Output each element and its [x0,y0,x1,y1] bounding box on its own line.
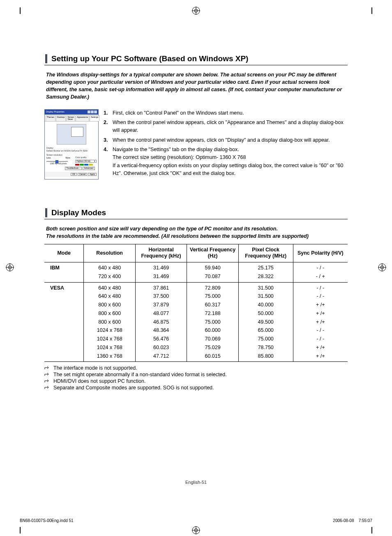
note-text: Separate and Composite modes are support… [53,385,214,391]
section-intro: Both screen position and size will vary … [46,225,348,240]
cell-vf: 59.940 [187,262,238,272]
heading-bar-icon [45,208,47,217]
cell-pc: 85.800 [238,352,293,362]
cell-hf: 48.077 [135,309,187,318]
cell-mode: IBM [44,262,84,272]
cell-mode [44,309,84,318]
th-hfreq: Horizontal Frequency (kHz) [135,244,187,262]
registration-mark-icon [192,7,200,15]
display-modes-table: Mode Resolution Horizontal Frequency (kH… [44,244,348,362]
display-properties-dialog: Display Properties Themes Desktop Screen… [44,109,99,179]
dialog-tabs: Themes Desktop Screen Saver Appearance S… [45,115,98,122]
cell-res: 800 x 600 [84,301,135,309]
cell-sp: - / - [293,282,348,292]
crop-mark [371,527,372,534]
cell-res: 1024 x 768 [84,335,135,343]
cell-sp: + /+ [293,318,348,327]
cell-vf: 75.000 [187,318,238,327]
registration-mark-icon [6,263,14,273]
cell-vf: 60.000 [187,326,238,335]
res-more: More [66,157,70,159]
cell-mode [44,272,84,282]
note-text: HDMI/DVI does not support PC function. [53,378,145,384]
note-item: The set might operate abnormally if a no… [44,372,348,377]
tab-desktop: Desktop [56,115,66,121]
cell-mode [44,335,84,343]
step-number: 2. [104,119,113,135]
crop-mark [20,7,21,14]
window-buttons [87,110,97,114]
footer-filename: BN68-01007S-00Eng.indd 51 [20,518,74,523]
setup-steps: 1.First, click on "Control Panel" on the… [104,109,348,179]
cell-res: 1360 x 768 [84,352,135,362]
quality-label: Color quality [75,156,97,159]
ok-button: OK [71,173,77,176]
cell-pc: 65.000 [238,326,293,335]
res-value: 1360 by 768 pixels [46,163,70,165]
step-text: When the control panel window appears, c… [113,136,330,144]
table-row: 1360 x 76847.71260.01585.800+ /+ [44,352,348,362]
cell-sp: - / - [293,292,348,301]
cell-pc: 31.500 [238,282,293,292]
cell-vf: 75.000 [187,292,238,301]
section-divider [44,219,348,219]
cell-pc: 40.000 [238,301,293,309]
cell-sp: - / + [293,272,348,282]
step-text: First, click on "Control Panel" on the W… [113,109,244,117]
cell-mode [44,301,84,309]
section-title-text: Display Modes [51,208,106,217]
th-sync: Sync Polarity (H/V) [293,244,348,262]
tab-themes: Themes [46,115,55,121]
resolution-label: Screen resolution [46,154,70,156]
cell-hf: 31.469 [135,272,187,282]
section-title-text: Setting up Your PC Software (Based on Wi… [51,54,248,63]
cell-hf: 46.875 [135,318,187,327]
page-number: English-51 [0,480,392,485]
th-pclock: Pixel Clock Frequency (MHz) [238,244,293,262]
slider-icon [46,161,68,162]
cell-pc: 50.000 [238,309,293,318]
cell-sp: + /+ [293,352,348,362]
cell-mode [44,326,84,335]
print-footer: BN68-01007S-00Eng.indd 51 2006-08-08 7:5… [20,518,372,523]
th-resolution: Resolution [84,244,135,262]
cell-mode [44,318,84,327]
cell-res: 1024 x 768 [84,326,135,335]
cell-vf: 75.029 [187,343,238,352]
crop-mark [20,527,21,534]
quality-value: Highest (32 bit) [76,160,90,163]
arrow-icon [44,373,53,377]
table-row: 1024 x 76848.36460.00065.000- / - [44,326,348,335]
footer-time: 7:55:07 [359,518,372,523]
cell-res: 640 x 480 [84,292,135,301]
dialog-title: Display Properties [46,110,65,114]
table-row: 640 x 48037.50075.00031.500- / - [44,292,348,301]
note-text: The interface mode is not supported. [53,365,137,371]
cell-vf: 60.015 [187,352,238,362]
footer-date: 2006-08-08 [333,518,354,523]
section-divider [44,65,348,65]
th-mode: Mode [44,244,84,262]
cell-res: 1024 x 768 [84,343,135,352]
cell-sp: + /+ [293,309,348,318]
cell-vf: 60.317 [187,301,238,309]
cell-sp: - / - [293,262,348,272]
table-row: 1024 x 76860.02375.02978.750+ /+ [44,343,348,352]
heading-bar-icon [45,54,47,63]
cancel-button: Cancel [78,173,88,176]
cell-mode [44,352,84,362]
display-label: Display: [46,147,97,150]
table-row: 1024 x 76856.47670.06975.000- / - [44,335,348,343]
cell-sp: + /+ [293,343,348,352]
table-row: 800 x 60037.87960.31740.000+ /+ [44,301,348,309]
registration-mark-icon [192,526,200,534]
cell-res: 720 x 400 [84,272,135,282]
table-row: VESA640 x 48037.86172.80931.500- / - [44,282,348,292]
cell-hf: 37.861 [135,282,187,292]
table-row: 800 x 60046.87575.00049.500+ /+ [44,318,348,327]
note-text: The set might operate abnormally if a no… [53,372,227,377]
display-value: Default Monitor on NVIDIA GeForce FX 520… [46,150,97,152]
cell-pc: 25.175 [238,262,293,272]
cell-pc: 75.000 [238,335,293,343]
notes-list: The interface mode is not supported.The … [44,365,348,391]
